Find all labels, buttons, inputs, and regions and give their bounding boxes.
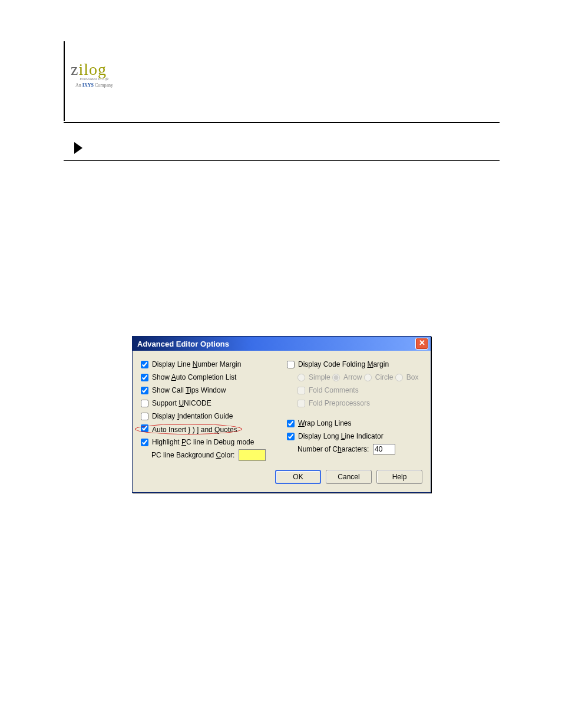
label-highlight-pc: Highlight PC line in Debug mode xyxy=(152,438,254,446)
input-num-characters[interactable] xyxy=(373,444,395,454)
pc-bg-color-swatch[interactable] xyxy=(239,449,266,461)
label-num-characters: Number of Characters: xyxy=(297,445,369,453)
right-column: Display Code Folding Margin Simple Arrow… xyxy=(287,358,422,462)
label-box: Box xyxy=(406,373,419,381)
doc-title: Zilog Developer Studio II – ZNEO™ xyxy=(367,91,500,101)
dialog-buttons: OK Cancel Help xyxy=(133,467,431,492)
body-p2: When you type an open brace, open bracke… xyxy=(104,224,497,251)
label-wrap-lines: Wrap Long Lines xyxy=(298,419,352,427)
checkbox-call-tips[interactable] xyxy=(141,387,148,394)
checkbox-line-number-margin[interactable] xyxy=(141,361,148,368)
section-heading: Auto Insertion xyxy=(64,201,497,220)
close-icon[interactable]: ✕ xyxy=(415,338,428,350)
checkbox-highlight-pc[interactable] xyxy=(141,439,148,446)
label-indentation-guide: Display Indentation Guide xyxy=(152,412,233,420)
checkbox-unicode[interactable] xyxy=(141,400,148,407)
checkbox-fold-preprocessors xyxy=(297,400,305,407)
label-call-tips: Show Call Tips Window xyxy=(152,386,226,394)
label-circle: Circle xyxy=(375,373,394,381)
circled-highlight: Auto Insert } ) ] and Quotes xyxy=(141,424,237,434)
checkbox-code-folding[interactable] xyxy=(287,361,295,368)
checkbox-auto-insert[interactable] xyxy=(141,424,148,432)
checkbox-auto-completion[interactable] xyxy=(141,374,148,381)
doc-subtitle: User Manual xyxy=(367,103,500,113)
checkbox-indentation-guide[interactable] xyxy=(141,413,148,420)
figure-caption: Figure 99. Selecting the Auto Insert Che… xyxy=(64,520,500,529)
label-unicode: Support UNICODE xyxy=(152,399,211,407)
advanced-editor-options-dialog: Advanced Editor Options ✕ Display Line N… xyxy=(132,336,431,493)
ok-button[interactable]: OK xyxy=(275,470,321,484)
rule-top xyxy=(64,122,500,123)
label-line-number-margin: Display Line Number Margin xyxy=(152,360,241,368)
left-column: Display Line Number Margin Show Auto Com… xyxy=(141,358,276,462)
dialog-title: Advanced Editor Options xyxy=(137,340,229,348)
page-header: Zilog Developer Studio II – ZNEO™ User M… xyxy=(367,91,500,113)
logo: zilog Embedded in Life An IXYS Company xyxy=(71,60,118,88)
help-button[interactable]: Help xyxy=(376,470,422,484)
label-auto-insert: Auto Insert } ) ] and Quotes xyxy=(152,426,237,434)
label-long-line-indicator: Display Long Line Indicator xyxy=(298,432,384,440)
label-fold-comments: Fold Comments xyxy=(309,386,359,394)
radio-simple xyxy=(297,374,305,381)
rule-bottom xyxy=(64,160,500,161)
label-arrow: Arrow xyxy=(343,373,362,381)
radio-circle xyxy=(364,374,372,381)
label-auto-completion: Show Auto Completion List xyxy=(152,373,236,381)
checkbox-fold-comments xyxy=(297,387,305,394)
label-simple: Simple xyxy=(309,373,330,381)
body-text: This section covers auto insertion and b… xyxy=(104,177,497,298)
label-fold-preprocessors: Fold Preprocessors xyxy=(309,399,370,407)
cancel-button[interactable]: Cancel xyxy=(326,470,372,484)
body-p3: To enable this option, select the Auto I… xyxy=(104,261,497,288)
radio-box xyxy=(395,374,403,381)
logo-company: An IXYS Company xyxy=(71,83,118,88)
note-text: This feature is available only if the Au… xyxy=(117,138,500,158)
checkbox-wrap-lines[interactable] xyxy=(287,420,295,427)
radio-arrow xyxy=(332,374,340,381)
label-pc-bg-color: PC line Background Color: xyxy=(151,451,234,459)
dialog-titlebar[interactable]: Advanced Editor Options ✕ xyxy=(133,337,431,351)
checkbox-long-line-indicator[interactable] xyxy=(287,433,295,440)
label-code-folding: Display Code Folding Margin xyxy=(298,360,389,368)
note-row: Note: This feature is available only if … xyxy=(64,138,500,158)
note-arrow-icon xyxy=(74,142,82,154)
note-label: Note: xyxy=(90,143,111,153)
body-p1: This section covers auto insertion and b… xyxy=(104,177,497,190)
